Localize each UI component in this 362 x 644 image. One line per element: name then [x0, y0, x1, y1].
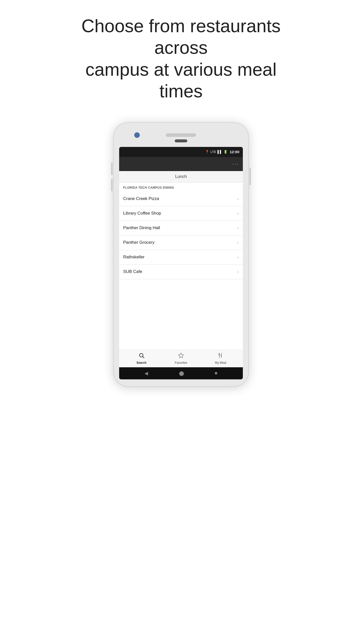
restaurant-name: Library Coffee Shop — [123, 211, 161, 216]
my-meal-nav-label: My Meal — [215, 361, 226, 365]
nav-item-my-meal[interactable]: My Meal — [201, 352, 240, 365]
section-header: FLORIDA TECH CAMPUS DINING — [119, 183, 243, 192]
favorites-nav-label: Favorites — [175, 361, 187, 365]
meal-time-label: Lunch — [175, 174, 187, 179]
bottom-navigation: Search Favorites — [119, 350, 243, 367]
page-headline: Choose from restaurants across campus at… — [68, 15, 294, 102]
nav-item-favorites[interactable]: Favorites — [161, 352, 201, 365]
svg-point-0 — [140, 353, 143, 357]
restaurant-name: Panther Grocery — [123, 240, 155, 245]
battery-icon: 🔋 — [223, 150, 228, 154]
phone-screen: 📍 LTE ▌▌ 🔋 12:00 ··· Lunch FLORIDA TECH … — [119, 147, 243, 379]
svg-line-1 — [143, 357, 144, 358]
restaurant-item[interactable]: Panther Dining Hall › — [119, 221, 243, 235]
volume-down-button — [111, 179, 113, 191]
power-button — [249, 168, 251, 185]
android-recent-button[interactable]: ■ — [215, 371, 217, 376]
favorites-nav-icon — [178, 352, 184, 360]
nav-item-search[interactable]: Search — [122, 352, 161, 365]
speaker-bar — [166, 133, 196, 137]
restaurant-item[interactable]: Library Coffee Shop › — [119, 206, 243, 221]
my-meal-nav-icon — [217, 352, 223, 360]
signal-icon: ▌▌ — [217, 150, 222, 154]
meal-time-selector[interactable]: Lunch — [119, 171, 243, 183]
volume-up-button — [111, 163, 113, 175]
restaurant-list: Crane Creek Pizza › Library Coffee Shop … — [119, 192, 243, 279]
restaurant-item[interactable]: Rathskeller › — [119, 250, 243, 265]
android-nav-bar: ◀ ⬤ ■ — [119, 367, 243, 379]
status-icons: 📍 LTE ▌▌ 🔋 12:00 — [205, 150, 239, 154]
chevron-right-icon: › — [237, 225, 239, 231]
clock: 12:00 — [230, 150, 239, 154]
restaurant-name: Panther Dining Hall — [123, 225, 160, 230]
app-toolbar: ··· — [119, 157, 243, 171]
chevron-right-icon: › — [237, 211, 239, 216]
earpiece — [175, 139, 187, 142]
search-nav-icon — [139, 352, 145, 360]
restaurant-item[interactable]: Crane Creek Pizza › — [119, 192, 243, 206]
restaurant-item[interactable]: SUB Cafe › — [119, 265, 243, 279]
empty-content-area — [119, 279, 243, 350]
lte-indicator: LTE — [210, 150, 216, 154]
chevron-right-icon: › — [237, 269, 239, 274]
location-icon: 📍 — [205, 150, 209, 154]
phone-mockup: 📍 LTE ▌▌ 🔋 12:00 ··· Lunch FLORIDA TECH … — [113, 122, 249, 387]
restaurant-name: Crane Creek Pizza — [123, 196, 159, 201]
status-bar: 📍 LTE ▌▌ 🔋 12:00 — [119, 147, 243, 157]
svg-marker-2 — [178, 353, 184, 358]
restaurant-name: SUB Cafe — [123, 269, 142, 274]
android-home-button[interactable]: ⬤ — [179, 371, 184, 376]
restaurant-name: Rathskeller — [123, 255, 145, 260]
phone-top-hardware — [119, 130, 243, 142]
camera-icon — [134, 132, 140, 138]
chevron-right-icon: › — [237, 240, 239, 245]
chevron-right-icon: › — [237, 196, 239, 202]
section-header-text: FLORIDA TECH CAMPUS DINING — [123, 186, 174, 189]
search-nav-label: Search — [137, 361, 147, 365]
restaurant-item[interactable]: Panther Grocery › — [119, 235, 243, 250]
chevron-right-icon: › — [237, 255, 239, 260]
android-back-button[interactable]: ◀ — [145, 371, 148, 376]
overflow-menu-icon[interactable]: ··· — [232, 161, 239, 167]
